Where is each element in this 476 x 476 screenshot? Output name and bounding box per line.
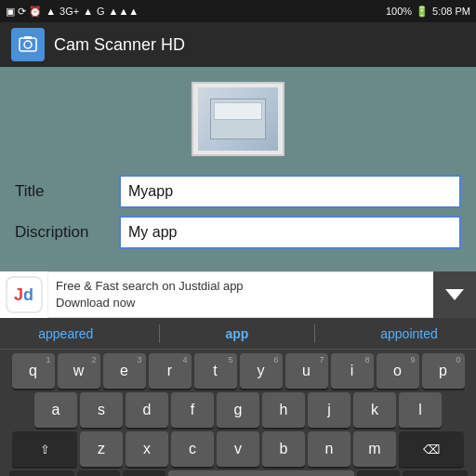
wifi-icon: ▲ xyxy=(46,6,56,17)
key-i[interactable]: i8 xyxy=(331,353,374,389)
app-icon xyxy=(11,28,45,61)
notification-icons: ▣ ⟳ ⏰ xyxy=(6,6,42,18)
app-header: Cam Scanner HD xyxy=(0,22,476,67)
ad-logo: Jd xyxy=(0,271,48,318)
title-input[interactable] xyxy=(119,175,461,208)
key-period[interactable]: . xyxy=(357,470,400,476)
description-input[interactable] xyxy=(119,216,461,249)
keyboard: q1 w2 e3 r4 t5 y6 u7 i8 o9 p0 a s d f g … xyxy=(0,350,476,476)
keyboard-row-1: q1 w2 e3 r4 t5 y6 u7 i8 o9 p0 xyxy=(2,353,474,389)
key-y[interactable]: y6 xyxy=(240,353,283,389)
key-d[interactable]: d xyxy=(126,392,168,428)
key-a[interactable]: a xyxy=(34,392,77,428)
divider-2 xyxy=(314,324,315,343)
description-label: Discription xyxy=(15,223,108,242)
key-s[interactable]: s xyxy=(80,392,123,428)
key-h[interactable]: h xyxy=(262,392,305,428)
thumbnail-inner xyxy=(198,87,278,151)
keyboard-row-2: a s d f g h j k l xyxy=(2,392,474,428)
autocomplete-appeared[interactable]: appeared xyxy=(27,326,104,341)
autocomplete-app[interactable]: app xyxy=(214,326,259,341)
key-e[interactable]: e3 xyxy=(103,353,146,389)
key-t[interactable]: t5 xyxy=(194,353,237,389)
key-n[interactable]: n xyxy=(308,431,350,467)
key-x[interactable]: x xyxy=(126,431,168,467)
key-b[interactable]: b xyxy=(262,431,305,467)
key-globe[interactable]: 🌐 xyxy=(123,470,165,476)
ad-logo-inner: Jd xyxy=(6,276,43,313)
key-o[interactable]: o9 xyxy=(377,353,419,389)
key-u[interactable]: u7 xyxy=(285,353,328,389)
battery-level: 100% xyxy=(386,6,412,17)
autocomplete-appointed[interactable]: appointed xyxy=(369,326,449,341)
svg-rect-2 xyxy=(24,36,32,39)
ad-banner[interactable]: Jd Free & Fast search on Justdial appDow… xyxy=(0,271,476,318)
carrier-label: G xyxy=(97,6,105,17)
battery-icon: 🔋 xyxy=(416,6,429,18)
key-r[interactable]: r4 xyxy=(149,353,192,389)
key-numbers[interactable]: 123 🎤 xyxy=(9,470,74,476)
signal-icon: ▲▲▲ xyxy=(109,6,139,17)
network-type: 3G+ xyxy=(60,6,79,17)
key-backspace[interactable]: ⌫ xyxy=(399,431,464,467)
carrier-icon: ▲ xyxy=(83,6,93,17)
main-content: Title Discription xyxy=(0,67,476,271)
key-enter[interactable]: ↵ xyxy=(403,470,468,476)
key-j[interactable]: j xyxy=(308,392,350,428)
key-g[interactable]: g xyxy=(217,392,259,428)
key-w[interactable]: w2 xyxy=(58,353,100,389)
download-arrow-icon xyxy=(445,289,464,300)
divider-1 xyxy=(159,324,160,343)
key-v[interactable]: v xyxy=(217,431,259,467)
key-space[interactable]: English (US) xyxy=(168,470,354,476)
description-row: Discription xyxy=(15,216,461,249)
title-row: Title xyxy=(15,175,461,208)
key-l[interactable]: l xyxy=(399,392,442,428)
key-c[interactable]: c xyxy=(171,431,214,467)
autocomplete-bar: appeared app appointed xyxy=(0,318,476,350)
status-left: ▣ ⟳ ⏰ ▲ 3G+ ▲ G ▲▲▲ xyxy=(6,6,139,18)
ad-logo-j: J xyxy=(14,285,23,305)
form-section: Title Discription xyxy=(0,167,476,264)
key-f[interactable]: f xyxy=(171,392,214,428)
ad-text: Free & Fast search on Justdial appDownlo… xyxy=(48,274,433,315)
key-p[interactable]: p0 xyxy=(422,353,465,389)
keyboard-row-4: 123 🎤 , 🌐 English (US) . ↵ xyxy=(2,470,474,476)
ad-logo-d: d xyxy=(23,285,33,305)
svg-point-1 xyxy=(24,41,32,48)
keyboard-row-3: ⇧ z x c v b n m ⌫ xyxy=(2,431,474,467)
key-z[interactable]: z xyxy=(80,431,123,467)
document-thumbnail xyxy=(192,82,284,156)
svg-rect-0 xyxy=(20,38,36,51)
key-q[interactable]: q1 xyxy=(12,353,55,389)
status-right: 100% 🔋 5:08 PM xyxy=(386,6,470,18)
key-comma[interactable]: , xyxy=(77,470,120,476)
ad-download-button[interactable] xyxy=(433,271,476,318)
key-k[interactable]: k xyxy=(353,392,396,428)
key-m[interactable]: m xyxy=(353,431,396,467)
app-title: Cam Scanner HD xyxy=(54,35,185,55)
status-bar: ▣ ⟳ ⏰ ▲ 3G+ ▲ G ▲▲▲ 100% 🔋 5:08 PM xyxy=(0,0,476,22)
thumbnail-screen xyxy=(210,99,266,139)
title-label: Title xyxy=(15,182,108,201)
key-shift[interactable]: ⇧ xyxy=(12,431,77,467)
time-display: 5:08 PM xyxy=(432,6,470,17)
